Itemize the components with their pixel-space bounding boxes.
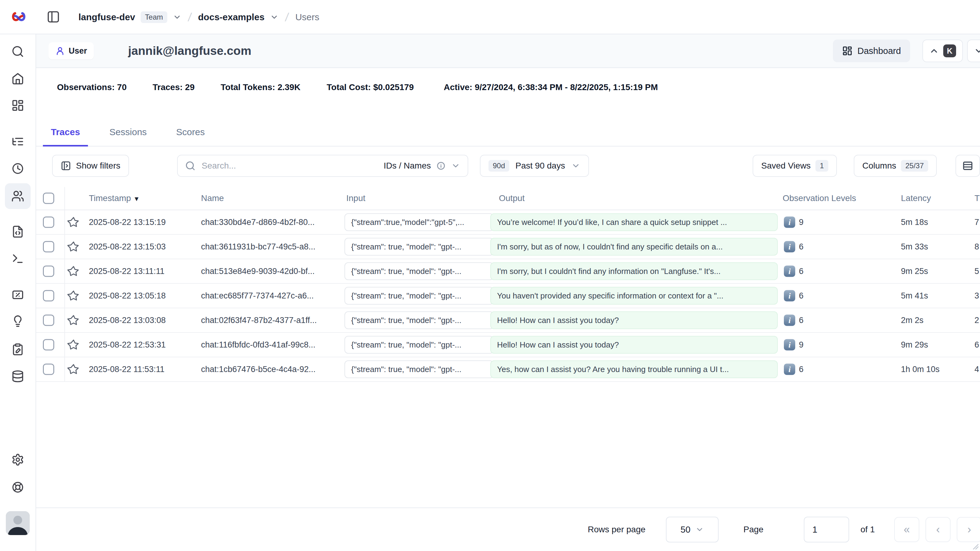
search-type-selector[interactable]: IDs / Names (383, 161, 431, 171)
row-checkbox[interactable] (43, 339, 54, 350)
sidebar-item-settings[interactable] (5, 447, 31, 473)
sidebar-item-annotation[interactable] (5, 336, 31, 362)
row-checkbox[interactable] (43, 217, 54, 228)
cell-output-chip[interactable]: I'm sorry, but as of now, I couldn't fin… (490, 238, 778, 256)
cell-input-chip[interactable]: {"stream": true, "model": "gpt-... (344, 360, 494, 378)
select-all-checkbox[interactable] (43, 193, 54, 204)
column-header-input[interactable]: Input (346, 193, 365, 203)
search-input[interactable] (201, 161, 378, 171)
next-page-button[interactable]: › (957, 517, 980, 542)
cell-input-chip[interactable]: {"stream": true, "model": "gpt-... (344, 311, 494, 329)
table-row[interactable]: 2025-08-22 11:53:11 chat:1cb67476-b5ce-4… (36, 357, 980, 382)
chevron-down-icon[interactable] (270, 13, 278, 21)
table-row[interactable]: 2025-08-22 13:15:03 chat:3611931b-bc77-4… (36, 235, 980, 259)
cell-input-chip[interactable]: {"stream": true, "model": "gpt-... (344, 287, 494, 305)
cell-output-chip[interactable]: Yes, how can I assist you? Are you havin… (490, 360, 778, 378)
star-icon[interactable] (67, 290, 80, 302)
table-row[interactable]: 2025-08-22 12:53:31 chat:116fbfdc-0fd3-4… (36, 333, 980, 357)
tab-scores[interactable]: Scores (168, 119, 213, 147)
cell-observation-levels: i6 (784, 241, 803, 253)
sidebar-item-dashboards[interactable] (5, 92, 31, 118)
saved-views-button[interactable]: Saved Views 1 (752, 155, 837, 177)
info-level-icon: i (784, 364, 795, 375)
tab-traces[interactable]: Traces (43, 119, 88, 147)
star-icon[interactable] (67, 216, 80, 228)
column-header-name[interactable]: Name (201, 193, 224, 203)
info-level-icon: i (784, 290, 795, 301)
filter-panel-icon (60, 161, 71, 171)
info-icon[interactable] (436, 161, 445, 170)
row-checkbox[interactable] (43, 364, 54, 375)
sidebar-item-support[interactable] (5, 475, 31, 500)
sidebar-item-users[interactable] (5, 183, 31, 209)
table-row[interactable]: 2025-08-22 13:05:18 chat:ec685f77-7374-4… (36, 284, 980, 308)
row-checkbox[interactable] (43, 266, 54, 277)
cell-output-chip[interactable]: Hello! How can I assist you today? (490, 311, 778, 329)
cell-output-chip[interactable]: I'm sorry, but I couldn't find any infor… (490, 262, 778, 280)
cell-input-chip[interactable]: {"stream": true, "model": "gpt-... (344, 336, 494, 354)
first-page-button[interactable]: « (894, 517, 920, 542)
sidebar-item-home[interactable] (5, 65, 31, 91)
star-icon[interactable] (67, 363, 80, 376)
previous-user-button[interactable]: K (923, 40, 963, 62)
star-icon[interactable] (67, 265, 80, 277)
cell-output-chip[interactable]: You haven't provided any specific inform… (490, 287, 778, 305)
column-header-observation-levels[interactable]: Observation Levels (783, 193, 856, 203)
previous-page-button[interactable]: ‹ (926, 517, 951, 542)
tab-sessions[interactable]: Sessions (102, 119, 155, 147)
star-icon[interactable] (67, 314, 80, 326)
breadcrumb-org[interactable]: langfuse-dev (78, 12, 135, 22)
row-checkbox[interactable] (43, 315, 54, 326)
breadcrumb-project[interactable]: docs-examples (198, 12, 264, 22)
user-icon (55, 46, 65, 56)
cell-input-chip[interactable]: {"stream": true, "model": "gpt-... (344, 238, 494, 256)
table-row[interactable]: 2025-08-22 13:15:19 chat:330bd4e7-d869-4… (36, 210, 980, 235)
sidebar-toggle-button[interactable] (46, 10, 60, 24)
star-icon[interactable] (67, 240, 80, 253)
chevron-down-icon[interactable] (173, 13, 181, 21)
date-range-button[interactable]: 90d Past 90 days (480, 155, 589, 177)
table-row[interactable]: 2025-08-22 13:03:08 chat:02f63f47-87b2-4… (36, 308, 980, 333)
column-header-timestamp[interactable]: Timestamp ▼ (89, 193, 140, 203)
cell-input-chip[interactable]: {"stream":true,"model":"gpt-5",... (344, 213, 494, 231)
columns-button[interactable]: Columns 25/37 (854, 155, 937, 177)
sidebar-item-datasets[interactable] (5, 363, 31, 389)
cell-name[interactable]: chat:1cb67476-b5ce-4c4a-92... (201, 365, 316, 374)
sidebar-item-insights[interactable] (5, 308, 31, 334)
clipboard-pen-icon (11, 343, 24, 356)
info-level-icon: i (784, 339, 795, 350)
cell-name[interactable]: chat:02f63f47-87b2-4377-a1ff... (201, 315, 317, 325)
table-row[interactable]: 2025-08-22 13:11:11 chat:513e84e9-9039-4… (36, 259, 980, 284)
rows-per-page-select[interactable]: 50 (666, 517, 719, 542)
column-header-latency[interactable]: Latency (901, 193, 931, 203)
sidebar-item-prompts[interactable] (5, 219, 31, 245)
star-icon[interactable] (67, 339, 80, 351)
cell-name[interactable]: chat:ec685f77-7374-427c-a6... (201, 291, 314, 301)
user-avatar[interactable] (6, 511, 30, 535)
stat-total-cost: Total Cost: $0.025179 (327, 83, 414, 92)
page-number-input[interactable] (804, 517, 849, 542)
cell-name[interactable]: chat:116fbfdc-0fd3-41af-99c8... (201, 340, 315, 350)
next-user-button[interactable]: J (967, 40, 980, 62)
cell-output-chip[interactable]: Hello! How can I assist you today? (490, 336, 778, 354)
cell-name[interactable]: chat:330bd4e7-d869-4b2f-80... (201, 218, 315, 227)
row-height-button[interactable] (956, 155, 980, 177)
sidebar-item-sessions[interactable] (5, 156, 31, 182)
row-checkbox[interactable] (43, 241, 54, 253)
sidebar-item-search[interactable] (5, 38, 31, 64)
sidebar-item-playground[interactable] (5, 246, 31, 272)
sidebar-item-tracing[interactable] (5, 129, 31, 154)
cell-input-chip[interactable]: {"stream": true, "model": "gpt-... (344, 262, 494, 280)
cell-output-chip[interactable]: You’re welcome! If you’d like, I can sha… (490, 213, 778, 231)
column-header-output[interactable]: Output (499, 193, 525, 203)
row-checkbox[interactable] (43, 290, 54, 301)
dashboard-button[interactable]: Dashboard (833, 40, 910, 62)
resize-handle[interactable] (971, 542, 979, 550)
cell-name[interactable]: chat:3611931b-bc77-49c5-a8... (201, 242, 315, 252)
chevron-down-icon[interactable] (451, 161, 460, 170)
show-filters-button[interactable]: Show filters (52, 155, 129, 177)
sidebar-item-evaluation[interactable] (5, 282, 31, 308)
cell-timestamp: 2025-08-22 11:53:11 (89, 365, 165, 374)
column-header-partial[interactable]: T (975, 193, 980, 203)
cell-name[interactable]: chat:513e84e9-9039-42d0-bf... (201, 267, 315, 276)
